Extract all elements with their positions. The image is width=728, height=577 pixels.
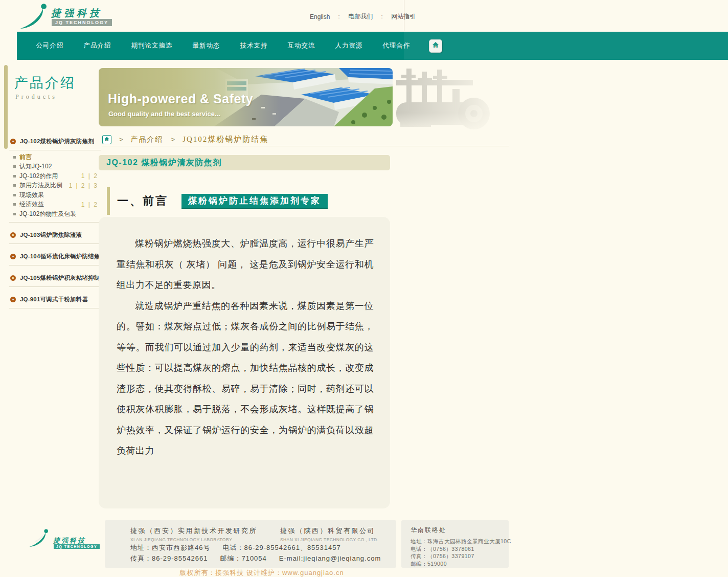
arrow-bullet-icon: » (10, 139, 16, 144)
sidebar-accent-bar (4, 65, 8, 149)
square-bullet-icon (13, 184, 16, 187)
footer-fax: 传真：86-29-85542661 (130, 554, 208, 562)
footer-company-name-en-badge: JQ TECHNOLOGY (54, 544, 100, 549)
home-icon (104, 135, 110, 144)
content-panel: 煤粉锅炉燃烧热强度大、炉膛温度高，运行中很易产生严重结焦和积灰（ 灰堵） 问题，… (99, 217, 390, 508)
breadcrumb: > 产品介绍 > JQ102煤粉锅炉防结焦 (102, 133, 509, 146)
header-divider: ： (336, 12, 342, 21)
paragraph-1: 煤粉锅炉燃烧热强度大、炉膛温度高，运行中很易产生严重结焦和积灰（ 灰堵） 问题，… (117, 233, 374, 296)
footer-phone: 电话：86-29-85542661、85531457 (222, 544, 340, 551)
breadcrumb-products[interactable]: 产品介绍 (131, 135, 164, 144)
breadcrumb-separator: > (119, 136, 123, 143)
nav-item-journal[interactable]: 期刊论文摘选 (121, 41, 183, 50)
page: 捷强科技 JQ TECHNOLOGY English ： 电邮我们 ： 网站指引… (0, 0, 728, 577)
arrow-bullet-icon: » (10, 275, 16, 281)
banner-subline: Good quality and the best service... (108, 110, 220, 118)
page-title: JQ-102 煤粉锅炉清灰防焦剂 (106, 158, 222, 168)
page-title-bar: JQ-102 煤粉锅炉清灰防焦剂 (99, 155, 390, 170)
nav-item-hr[interactable]: 人力资源 (325, 41, 373, 50)
sidebar-title: 产品介绍 (14, 74, 76, 92)
sidebar-subitem-function[interactable]: JQ-102的作用 1 | 2 (13, 171, 101, 181)
arrow-bullet-icon: » (10, 254, 16, 259)
arrow-bullet-icon: » (10, 232, 16, 238)
nav-item-company[interactable]: 公司介绍 (26, 41, 74, 50)
footer-company-1: 捷强（西安）实用新技术开发研究所 XI AN JIEQIANG TECHNOLO… (130, 526, 257, 542)
footer-zip: 邮编：710054 (220, 554, 266, 562)
banner-factory-image: High-powered & Safety Good quality and t… (99, 68, 393, 126)
footer-address-phone: 地址：西安市西影路46号电话：86-29-85542661、85531457 (130, 543, 341, 552)
footer-main-panel: 捷强（西安）实用新技术开发研究所 XI AN JIEQIANG TECHNOLO… (105, 520, 396, 568)
company-logo-icon[interactable] (18, 2, 50, 33)
nav-item-products[interactable]: 产品介绍 (74, 41, 121, 50)
company-name: 捷强科技 (51, 7, 102, 20)
banner-headline: High-powered & Safety (108, 92, 253, 106)
square-bullet-icon (13, 203, 16, 206)
arrow-bullet-icon: » (10, 297, 16, 302)
sidebar-submenu-jq102: 前言 认知JQ-102 JQ-102的作用 1 | 2 加用方法及比例 1 | … (9, 150, 101, 223)
section-title: 一、前言 (117, 193, 168, 209)
home-icon (431, 41, 440, 51)
square-bullet-icon (13, 213, 16, 215)
breadcrumb-separator: > (171, 136, 175, 143)
footer-logo-icon[interactable] (28, 528, 51, 550)
breadcrumb-current: JQ102煤粉锅炉防结焦 (183, 135, 268, 144)
sidebar-subtitle: Products (15, 93, 57, 101)
sidebar-subitem-properties[interactable]: JQ-102的物性及包装 (13, 209, 101, 219)
sidebar-item-jq104[interactable]: » JQ-104循环流化床锅炉防结焦剂 (9, 249, 101, 265)
pagination-links[interactable]: 1 | 2 | 3 (69, 182, 98, 189)
pagination-links[interactable]: 1 | 2 (81, 172, 98, 180)
footer-companies: 捷强（西安）实用新技术开发研究所 XI AN JIEQIANG TECHNOLO… (130, 526, 378, 542)
sidebar-item-jq102[interactable]: » JQ-102煤粉锅炉清灰防焦剂 (9, 134, 101, 150)
article-body: 煤粉锅炉燃烧热强度大、炉膛温度高，运行中很易产生严重结焦和积灰（ 灰堵） 问题，… (117, 233, 374, 461)
pagination-links[interactable]: 1 | 2 (81, 201, 98, 208)
square-bullet-icon (13, 156, 16, 159)
english-link[interactable]: English (310, 13, 330, 20)
footer-south-office-panel: 华南联络处 地址：珠海吉大园林路金景商业大厦10C 电话：（0756）33780… (401, 520, 509, 568)
header-divider: ： (379, 12, 385, 21)
email-us-link[interactable]: 电邮我们 (348, 12, 373, 21)
company-2-name-en: SHAN XI JIEQIANG TECHNOLOGY CO., LTD. (280, 537, 378, 542)
sidebar-subitem-economics[interactable]: 经济效益 1 | 2 (13, 200, 101, 210)
footer-fax-zip-email: 传真：86-29-85542661邮编：710054E-mail:jieqian… (130, 554, 381, 563)
south-office-phone: 电话：（0756）3378061 (411, 545, 509, 553)
sidebar-subitem-about[interactable]: 认知JQ-102 (13, 162, 101, 172)
south-office-fax: 传真：（0756）3379107 (411, 552, 509, 560)
paragraph-2: 就造成锅炉严重结焦的各种因素来说，煤质因素是第一位的。譬如：煤灰熔点过低；煤灰各… (117, 296, 374, 461)
footer-address: 地址：西安市西影路46号 (130, 544, 210, 551)
sidebar-subitem-foreword[interactable]: 前言 (13, 152, 101, 162)
square-bullet-icon (13, 194, 16, 196)
section-accent-bar (107, 187, 110, 215)
square-bullet-icon (13, 175, 16, 177)
nav-item-news[interactable]: 最新动态 (183, 41, 230, 50)
sidebar-item-jq901[interactable]: » JQ-901可调式干粉加料器 (9, 292, 101, 308)
copyright-line[interactable]: 版权所有：接强科技 设计维护：www.guangjiao.cn (0, 568, 524, 577)
sidebar-subitem-field-results[interactable]: 现场效果 (13, 190, 101, 200)
sidebar-subitem-dosage[interactable]: 加用方法及比例 1 | 2 | 3 (13, 181, 101, 191)
south-office-title: 华南联络处 (411, 526, 509, 535)
main-navigation: 公司介绍 产品介绍 期刊论文摘选 最新动态 技术支持 互动交流 人力资源 代理合… (17, 32, 728, 60)
company-2-name: 捷强（陕西）科贸有限公司 (280, 526, 378, 536)
sidebar-menu: » JQ-102煤粉锅炉清灰防焦剂 前言 认知JQ-102 JQ-102的作用 … (9, 134, 101, 308)
sidebar-item-jq103[interactable]: » JQ-103锅炉防焦除渣液 (9, 228, 101, 244)
company-1-name: 捷强（西安）实用新技术开发研究所 (130, 526, 257, 536)
footer-company-2: 捷强（陕西）科贸有限公司 SHAN XI JIEQIANG TECHNOLOGY… (280, 526, 378, 542)
header-divider-line (404, 0, 404, 31)
south-office-address: 地址：珠海吉大园林路金景商业大厦10C (411, 538, 509, 545)
nav-item-interaction[interactable]: 互动交流 (278, 41, 325, 50)
company-name-en-badge: JQ TECHNOLOGY (52, 19, 112, 26)
breadcrumb-home-button[interactable] (102, 135, 111, 144)
sidebar-item-jq105[interactable]: » JQ-105煤粉锅炉积灰粘堵抑制剂 (9, 271, 101, 287)
nav-item-agents[interactable]: 代理合作 (373, 41, 420, 50)
square-bullet-icon (13, 165, 16, 168)
equipment-faded-image (396, 65, 509, 133)
nav-home-button[interactable] (429, 39, 442, 53)
south-office-zip: 邮编：519000 (411, 560, 509, 568)
footer-email[interactable]: E-mail:jieqiang@jieqiang.com (279, 554, 381, 562)
nav-item-tech-support[interactable]: 技术支持 (230, 41, 278, 50)
equipment-fade-overlay (396, 65, 509, 133)
expert-badge: 煤粉锅炉防止结焦添加剂专家 (181, 194, 328, 209)
header-utility-links: English ： 电邮我们 ： 网站指引 (310, 12, 416, 21)
company-1-name-en: XI AN JIEQIANG TECHNOLOGY LABORATORY (130, 537, 257, 542)
